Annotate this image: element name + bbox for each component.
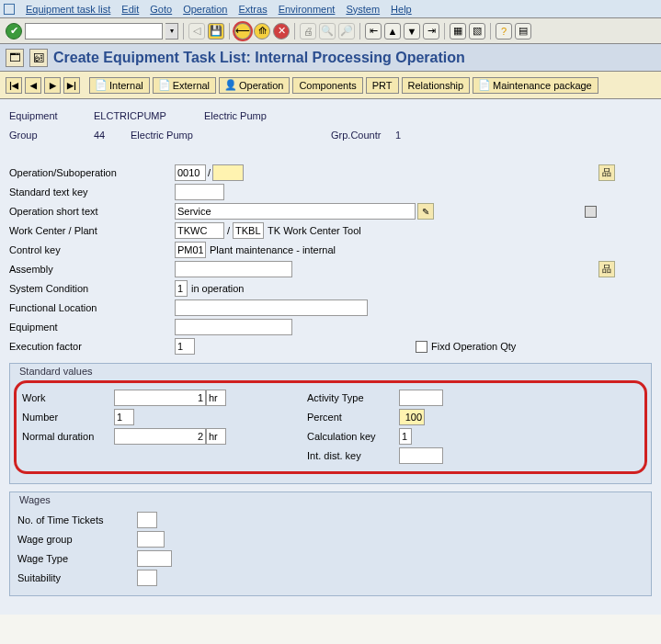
equip-input[interactable]	[175, 319, 292, 335]
menu-extras[interactable]: Extras	[238, 4, 267, 15]
suitability-label: Suitability	[17, 572, 137, 583]
stdtext-input[interactable]	[175, 184, 224, 200]
tab-relationship[interactable]: Relationship	[402, 77, 471, 94]
work-input[interactable]	[114, 390, 206, 406]
percent-label: Percent	[307, 412, 399, 423]
tab-internal[interactable]: 📄Internal	[89, 77, 150, 94]
menu-edit[interactable]: Edit	[121, 4, 139, 15]
tab-components[interactable]: Components	[292, 77, 362, 94]
nav-first-button[interactable]: |◀	[6, 77, 22, 94]
maint-package-icon: 📄	[479, 80, 490, 91]
tab-components-label: Components	[299, 80, 356, 91]
syscond-input[interactable]	[175, 280, 188, 297]
tab-prt-label: PRT	[372, 80, 393, 91]
nav-last-button[interactable]: ▶|	[63, 77, 80, 94]
title-icon-2[interactable]: 🗟	[29, 49, 48, 67]
customize-layout-button[interactable]: ▤	[515, 23, 531, 40]
operation-icon: 👤	[225, 80, 236, 91]
create-session-button[interactable]: ▦	[450, 23, 466, 40]
normdur-unit-input[interactable]	[206, 428, 226, 445]
shorttext-row: Operation short text ✎	[9, 202, 652, 220]
tickets-label: No. of Time Tickets	[17, 514, 137, 525]
wagegroup-input[interactable]	[137, 531, 165, 548]
work-label: Work	[22, 392, 114, 403]
number-input[interactable]	[114, 409, 134, 425]
equipment-desc: Electric Pump	[204, 110, 267, 121]
operation-input[interactable]	[175, 164, 206, 181]
equipment-label: Equipment	[9, 110, 94, 121]
execfactor-label: Execution factor	[9, 341, 175, 352]
tickets-input[interactable]	[137, 512, 157, 528]
wagetype-input[interactable]	[137, 550, 172, 567]
syscond-row: System Condition in operation	[9, 279, 652, 298]
workcenter-input[interactable]	[175, 222, 224, 239]
command-field-dropdown[interactable]: ▾	[165, 23, 178, 40]
last-page-button[interactable]: ⇥	[423, 23, 439, 40]
separator	[359, 23, 360, 40]
workcenter-label: Work Center / Plant	[9, 225, 175, 236]
fixedqty-checkbox[interactable]	[416, 341, 427, 353]
controlkey-input[interactable]	[175, 242, 206, 258]
group-value: 44	[94, 130, 131, 141]
calckey-input[interactable]	[399, 428, 412, 445]
separator	[444, 23, 445, 40]
nav-prev-button[interactable]: ◀	[25, 77, 41, 94]
operation-row: Operation/Suboperation / 品	[9, 164, 652, 182]
tab-prt[interactable]: PRT	[366, 77, 399, 94]
grpcountr-label: Grp.Countr	[331, 130, 395, 141]
tab-maint-package[interactable]: 📄Maintenance package	[473, 77, 598, 94]
suitability-input[interactable]	[137, 570, 157, 586]
find-button: 🔍	[319, 23, 336, 40]
title-bar: 🗔 🗟 Create Equipment Task List: Internal…	[0, 44, 661, 72]
acttype-input[interactable]	[399, 390, 443, 406]
plant-input[interactable]	[233, 222, 264, 239]
intdist-input[interactable]	[399, 447, 443, 464]
assembly-input[interactable]	[175, 261, 292, 277]
menu-tasklist[interactable]: Equipment task list	[26, 4, 110, 15]
menu-system[interactable]: System	[346, 4, 380, 15]
longtext-edit-icon[interactable]: ✎	[417, 203, 434, 220]
save-button[interactable]: 💾	[208, 23, 224, 40]
wages-title: Wages	[17, 494, 644, 505]
generate-shortcut-button[interactable]: ▧	[469, 23, 485, 40]
normdur-input[interactable]	[114, 428, 206, 445]
help-button[interactable]: ?	[496, 23, 512, 40]
page-title: Create Equipment Task List: Internal Pro…	[53, 50, 465, 66]
operation-detail-icon[interactable]: 品	[598, 164, 615, 181]
operation-label: Operation/Suboperation	[9, 167, 175, 178]
menu-environment[interactable]: Environment	[279, 4, 336, 15]
menu-goto[interactable]: Goto	[150, 4, 172, 15]
tab-external[interactable]: 📄External	[153, 77, 216, 94]
menu-operation[interactable]: Operation	[183, 4, 227, 15]
separator	[490, 23, 491, 40]
print-button: 🖨	[300, 23, 316, 40]
intdist-label: Int. dist. key	[307, 450, 399, 461]
tab-relationship-label: Relationship	[408, 80, 464, 91]
execfactor-input[interactable]	[175, 338, 195, 355]
work-unit-input[interactable]	[206, 390, 226, 406]
prev-page-button[interactable]: ▲	[384, 23, 401, 40]
title-icon-1[interactable]: 🗔	[6, 49, 24, 67]
back-button[interactable]: ⟵	[234, 23, 251, 40]
shorttext-input[interactable]	[175, 203, 416, 220]
window-menu-icon[interactable]	[4, 4, 15, 15]
exit-button[interactable]: ⟰	[254, 23, 270, 40]
fixedqty-label: Fixd Operation Qty	[431, 341, 516, 352]
percent-input[interactable]	[399, 409, 425, 425]
funcloc-input[interactable]	[175, 299, 368, 316]
menu-help[interactable]: Help	[391, 4, 412, 15]
shorttext-flag-checkbox[interactable]	[585, 206, 597, 218]
cancel-button[interactable]: ✕	[273, 23, 290, 40]
nav-next-button[interactable]: ▶	[44, 77, 61, 94]
tab-internal-label: Internal	[109, 80, 143, 91]
next-page-button[interactable]: ▼	[404, 23, 420, 40]
assembly-structure-icon[interactable]: 品	[598, 261, 615, 277]
enter-button[interactable]: ✔	[6, 23, 22, 40]
tab-operation[interactable]: 👤Operation	[219, 77, 290, 94]
first-page-button[interactable]: ⇤	[365, 23, 382, 40]
assembly-label: Assembly	[9, 264, 175, 275]
suboperation-input[interactable]	[212, 164, 244, 181]
wagetype-label: Wage Type	[17, 553, 137, 564]
standard-values-group: Standard values Work Number Normal durat…	[9, 363, 652, 484]
command-field[interactable]	[25, 23, 163, 40]
